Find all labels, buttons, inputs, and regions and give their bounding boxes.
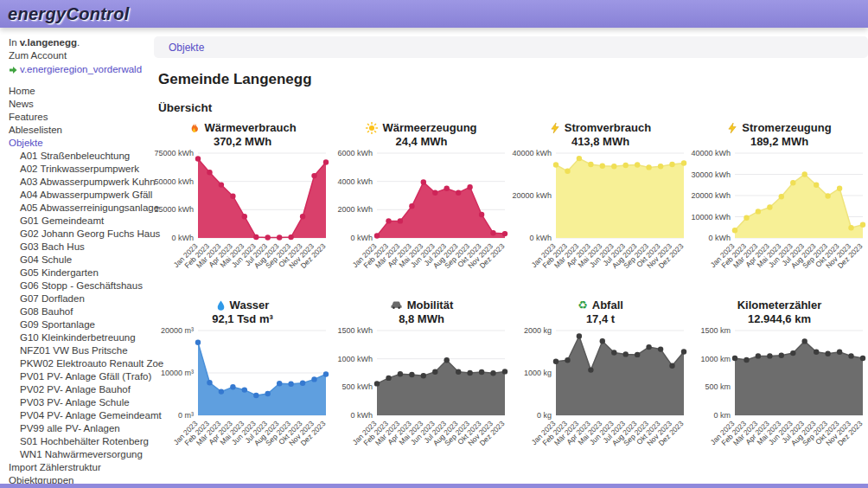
page-title: Gemeinde Langenegg xyxy=(158,71,868,88)
svg-text:10000 m³: 10000 m³ xyxy=(161,369,194,377)
sidebar-object-item[interactable]: G04 Schule xyxy=(9,254,151,266)
sidebar-object-item[interactable]: S01 Hochbehälter Rotenberg xyxy=(9,435,151,448)
svg-text:500 kWh: 500 kWh xyxy=(341,382,373,391)
svg-text:0 kWh: 0 kWh xyxy=(529,234,552,242)
sidebar-object-item[interactable]: G01 Gemeindeamt xyxy=(9,215,151,228)
chart-title: Kilometerzähler xyxy=(737,299,822,311)
svg-text:0 kWh: 0 kWh xyxy=(350,234,373,242)
chart-header: Wärmeerzeugung xyxy=(332,121,511,134)
footer-bar xyxy=(0,484,868,488)
sidebar-object-item[interactable]: G10 Kleinkinderbetreuung xyxy=(9,331,151,344)
sidebar-object-item[interactable]: G07 Dorfladen xyxy=(9,292,151,305)
sidebar-object-item[interactable]: A03 Abwasserpumpwerk Kuhn xyxy=(9,176,151,189)
svg-text:1000 km: 1000 km xyxy=(700,355,731,363)
svg-text:20000 m³: 20000 m³ xyxy=(161,326,194,335)
sidebar-object-item[interactable]: G05 Kindergarten xyxy=(9,266,151,279)
svg-text:20000 kWh: 20000 kWh xyxy=(691,191,731,200)
droplet-icon xyxy=(216,299,226,311)
sidebar-object-item[interactable]: G09 Sportanlage xyxy=(9,318,151,331)
sidebar-object-item[interactable]: G08 Bauhof xyxy=(9,305,151,318)
chart-title: Abfall xyxy=(592,299,623,311)
app-header: energyControl xyxy=(0,0,868,28)
svg-text:500 km: 500 km xyxy=(705,382,731,391)
chart-value: 17,4 t xyxy=(511,312,690,325)
context-suffix: . xyxy=(77,37,80,48)
bolt-icon xyxy=(727,122,737,134)
chart-card-wasser: Wasser92,1 Tsd m³0 m³10000 m³20000 m³Jan… xyxy=(153,293,332,471)
chart-title: Stromerzeugung xyxy=(742,121,831,134)
chart-value: 24,4 MWh xyxy=(332,135,511,148)
svg-text:2000 kWh: 2000 kWh xyxy=(337,205,373,214)
sidebar-object-item[interactable]: PV99 alle PV- Anlagen xyxy=(9,422,151,435)
svg-text:10000 kWh: 10000 kWh xyxy=(691,213,731,222)
region-link[interactable]: v.energieregion_vorderwald xyxy=(20,63,142,76)
green-arrow-icon xyxy=(9,66,17,74)
sidebar-object-item[interactable]: PV01 PV- Anlage Gfäll (Trafo) xyxy=(9,370,151,383)
chart-header: Wasser xyxy=(153,299,332,311)
sidebar-object-item[interactable]: A01 Straßenbeleuchtung xyxy=(9,150,151,163)
chart-plot[interactable]: 0 kWh10000 kWh20000 kWh30000 kWh40000 kW… xyxy=(690,148,868,290)
app-logo: energyControl xyxy=(8,4,130,24)
sidebar-object-item[interactable]: NFZ01 VW Bus Pritsche xyxy=(9,344,151,357)
chart-plot[interactable]: 0 km500 km1000 km1500 kmJan 2023Feb 2023… xyxy=(690,325,868,467)
sidebar-item-objekte[interactable]: Objekte xyxy=(9,137,151,150)
sidebar-object-item[interactable]: A04 Abwasserpumpwerk Gfäll xyxy=(9,189,151,202)
chart-card-waermeerzeugung: Wärmeerzeugung24,4 MWh0 kWh2000 kWh4000 … xyxy=(332,116,511,293)
svg-text:0 kWh: 0 kWh xyxy=(171,234,194,242)
sidebar-object-item[interactable]: PV04 PV- Anlage Gemeindeamt xyxy=(9,409,151,422)
sidebar-object-item[interactable]: PV03 PV- Anlage Schule xyxy=(9,396,151,409)
svg-text:20000 kWh: 20000 kWh xyxy=(512,191,552,200)
chart-header: Wärmeverbrauch xyxy=(153,121,332,134)
sidebar-object-item[interactable]: PKW02 Elektroauto Renault Zoe xyxy=(9,357,151,370)
car-icon xyxy=(390,299,403,311)
chart-card-stromerzeugung: Stromerzeugung189,2 MWh0 kWh10000 kWh200… xyxy=(690,116,868,293)
section-title: Übersicht xyxy=(158,101,868,114)
chart-header: ♻Abfall xyxy=(511,299,690,311)
chart-header: Stromverbrauch xyxy=(511,121,690,134)
sidebar-object-item[interactable]: A05 Abwasserreinigungsanlage xyxy=(9,202,151,215)
sidebar-object-item[interactable]: WN1 Nahwärmeversorgung xyxy=(9,448,151,461)
chart-title: Wärmeverbrauch xyxy=(204,121,296,134)
svg-text:50000 kWh: 50000 kWh xyxy=(154,177,194,186)
svg-text:0 kWh: 0 kWh xyxy=(708,234,731,242)
sidebar-item-ableselisten[interactable]: Ableselisten xyxy=(9,124,151,137)
account-link[interactable]: Zum Account xyxy=(9,49,151,62)
svg-text:40000 kWh: 40000 kWh xyxy=(691,149,731,157)
chart-value: 189,2 MWh xyxy=(690,135,868,148)
bolt-icon xyxy=(550,122,560,134)
svg-text:1500 km: 1500 km xyxy=(700,326,731,335)
sidebar-item-home[interactable]: Home xyxy=(9,85,151,98)
breadcrumb-objekte-link[interactable]: Objekte xyxy=(169,42,204,54)
svg-text:40000 kWh: 40000 kWh xyxy=(512,149,552,157)
recycle-icon: ♻ xyxy=(578,299,588,311)
sidebar-object-item[interactable]: PV02 PV- Anlage Bauhof xyxy=(9,383,151,396)
svg-text:0 kg: 0 kg xyxy=(537,411,552,420)
region-link-row[interactable]: v.energieregion_vorderwald xyxy=(9,63,151,76)
sidebar-item-import-z-hlerstruktur[interactable]: Import Zählerstruktur xyxy=(9,461,151,474)
sun-icon xyxy=(366,122,378,134)
chart-plot[interactable]: 0 m³10000 m³20000 m³Jan 2023Feb 2023Mär … xyxy=(153,325,332,467)
sidebar-nav: HomeNewsFeaturesAbleselistenObjekte xyxy=(9,85,151,150)
chart-value: 12.944,6 km xyxy=(690,312,868,325)
chart-plot[interactable]: 0 kWh2000 kWh4000 kWh6000 kWhJan 2023Feb… xyxy=(332,148,511,290)
svg-text:1000 kWh: 1000 kWh xyxy=(337,355,373,363)
svg-text:30000 kWh: 30000 kWh xyxy=(691,170,731,179)
svg-text:25000 kWh: 25000 kWh xyxy=(154,205,194,214)
chart-card-mobilitaet: Mobilität8,8 MWh0 kWh500 kWh1000 kWh1500… xyxy=(332,293,511,471)
sidebar-object-item[interactable]: G03 Bach Hus xyxy=(9,241,151,254)
svg-text:0 km: 0 km xyxy=(713,411,731,420)
svg-text:75000 kWh: 75000 kWh xyxy=(154,149,194,157)
chart-plot[interactable]: 0 kg1000 kg2000 kgJan 2023Feb 2023Mär 20… xyxy=(511,325,690,467)
sidebar-object-item[interactable]: A02 Trinkwasserpumpwerk xyxy=(9,163,151,176)
sidebar-item-news[interactable]: News xyxy=(9,98,151,111)
sidebar-object-item[interactable]: G02 Johann Georg Fuchs Haus xyxy=(9,228,151,241)
sidebar-item-features[interactable]: Features xyxy=(9,111,151,124)
chart-plot[interactable]: 0 kWh25000 kWh50000 kWh75000 kWhJan 2023… xyxy=(153,148,332,290)
svg-text:6000 kWh: 6000 kWh xyxy=(337,149,373,157)
chart-title: Wasser xyxy=(230,299,270,311)
chart-plot[interactable]: 0 kWh500 kWh1000 kWh1500 kWhJan 2023Feb … xyxy=(332,325,511,467)
svg-text:4000 kWh: 4000 kWh xyxy=(337,177,373,186)
chart-plot[interactable]: 0 kWh20000 kWh40000 kWhJan 2023Feb 2023M… xyxy=(511,148,690,290)
main-content: Objekte Gemeinde Langenegg Übersicht Wär… xyxy=(151,28,868,488)
sidebar-object-item[interactable]: G06 Stopp - Geschäftshaus xyxy=(9,279,151,292)
